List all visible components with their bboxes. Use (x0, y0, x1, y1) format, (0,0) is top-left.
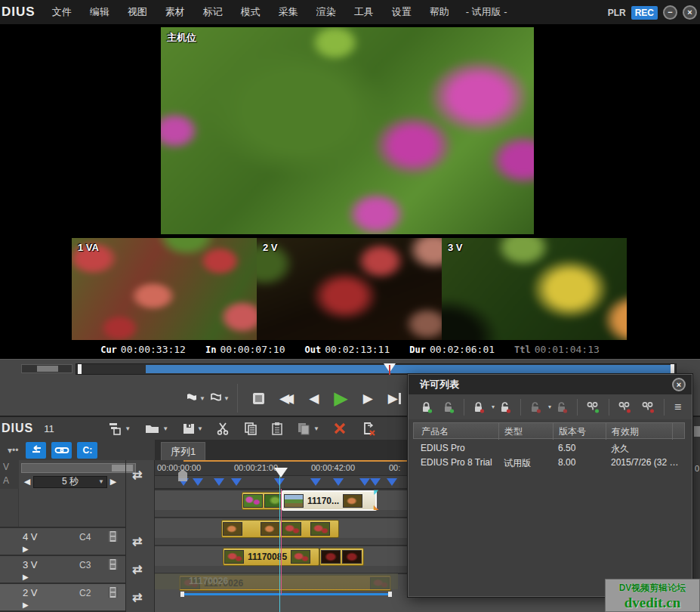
playhead-handle[interactable] (274, 468, 288, 478)
paste-special-caret: ▼ (313, 425, 319, 432)
lock-green-icon[interactable] (421, 401, 433, 413)
timeline-marker[interactable] (333, 478, 344, 486)
app-logo: DIUS (0, 5, 43, 20)
timeline-marker[interactable] (193, 478, 203, 486)
clip-3v-a[interactable] (221, 520, 339, 538)
audio-rubber-band[interactable] (183, 593, 389, 595)
column-version[interactable]: 版本号 (559, 425, 586, 438)
menu-marker[interactable]: 标记 (194, 1, 232, 23)
unlock-green-icon[interactable] (443, 401, 455, 413)
track-header-4v[interactable]: 4 V C4 ▶ (0, 527, 125, 555)
license-row-1[interactable]: EDIUS Pro 6.50 永久 (413, 441, 685, 456)
menu-view[interactable]: 视图 (119, 1, 156, 23)
close-icon[interactable]: × (683, 5, 697, 20)
mini-scrollbar-thumb[interactable] (37, 366, 58, 372)
camera-3-monitor[interactable]: 3 V (442, 238, 627, 340)
clip-4v-selected[interactable]: 11170... (282, 490, 377, 511)
set-in-point-button[interactable]: ▼ (186, 393, 205, 403)
tab-sequence-1[interactable]: 序列1 (161, 442, 205, 460)
new-sequence-button[interactable]: ▼ (108, 422, 131, 435)
menu-tools[interactable]: 工具 (345, 1, 383, 23)
column-validity[interactable]: 有效期 (612, 425, 639, 438)
patch-swap-icon[interactable]: ⇄ (132, 590, 142, 604)
playhead-line (279, 476, 280, 612)
preview-mini-scrollbar[interactable] (21, 364, 72, 373)
unlock-red-dim-icon[interactable] (529, 401, 542, 413)
ripple-mode-button[interactable]: C: (77, 442, 97, 459)
previous-frame-button[interactable]: ◀ (309, 392, 319, 405)
menu-mode[interactable]: 模式 (232, 1, 270, 23)
menu-capture[interactable]: 采集 (270, 1, 307, 23)
copy-button[interactable] (244, 422, 257, 435)
menu-file[interactable]: 文件 (43, 1, 81, 23)
minimize-icon[interactable]: − (663, 5, 677, 20)
column-type[interactable]: 类型 (504, 425, 523, 438)
set-out-point-button[interactable]: ▼ (210, 393, 230, 403)
menu-settings[interactable]: 设置 (383, 1, 421, 23)
rewind-button[interactable]: ◀◀ (279, 392, 294, 405)
zoom-out-button[interactable]: ◀ (21, 477, 33, 487)
keys-red-icon[interactable] (618, 401, 632, 413)
scrub-inout-range[interactable] (146, 365, 673, 373)
sync-mode-button[interactable] (51, 442, 72, 459)
delete-button[interactable] (333, 422, 347, 435)
patch-swap-icon[interactable]: ⇄ (132, 534, 142, 549)
track-header-3v[interactable]: 3 V C3 ▶ (0, 555, 125, 583)
dialog-titlebar[interactable]: 许可列表 × (409, 375, 692, 394)
cut-button[interactable] (217, 422, 230, 435)
clip-thumbnail (224, 550, 244, 564)
timescale-select[interactable]: 5 秒▼ (33, 476, 107, 488)
unlock-red-icon[interactable] (499, 401, 512, 413)
track-header-2v[interactable]: 2 V C2 ▶ (0, 583, 125, 610)
track-expand-icon[interactable]: ▶ (23, 545, 29, 553)
menu-clip[interactable]: 素材 (156, 1, 194, 23)
menu-render[interactable]: 渲染 (307, 1, 345, 23)
trim-in-handle[interactable]: ◤ (374, 489, 378, 496)
rec-mode-badge[interactable]: REC (631, 6, 658, 20)
stop-button[interactable] (253, 393, 264, 404)
play-button[interactable]: ▶ (334, 389, 347, 407)
clip-4v-a[interactable] (242, 492, 282, 510)
ripple-delete-button[interactable] (360, 421, 377, 436)
column-product-name[interactable]: 产品名 (421, 425, 449, 438)
keys-green-icon[interactable] (586, 401, 600, 413)
save-project-button[interactable]: ▼ (182, 422, 203, 435)
track-expand-icon[interactable]: ▶ (23, 573, 29, 581)
trim-out-handle[interactable]: ◣ (374, 504, 378, 511)
zoom-in-button[interactable]: ▶ (107, 477, 119, 487)
position-scrub-bar[interactable] (76, 363, 677, 375)
clip-2v-main[interactable]: 11170085 (223, 548, 319, 566)
unlock-red-dim-icon[interactable] (556, 401, 569, 413)
timeline-marker[interactable] (359, 478, 370, 486)
video-track-icon[interactable] (108, 587, 118, 601)
camera-2-monitor[interactable]: 2 V (257, 238, 442, 340)
paste-special-button[interactable]: ▼ (297, 422, 319, 435)
next-edit-button[interactable]: ▶ (388, 392, 401, 405)
next-frame-button[interactable]: ▶ (363, 392, 373, 405)
timeline-marker[interactable] (387, 478, 397, 486)
video-track-icon[interactable] (108, 531, 118, 545)
license-row-2[interactable]: EDIUS Pro 8 Trial 试用版 8.00 2015/7/26 (32… (413, 456, 685, 470)
timeline-marker[interactable] (231, 478, 242, 486)
plr-mode-label[interactable]: PLR (608, 8, 626, 18)
track-expand-icon[interactable]: ▶ (23, 601, 29, 609)
lock-red-icon[interactable] (473, 401, 486, 413)
dialog-close-icon[interactable]: × (672, 378, 686, 391)
timeline-marker[interactable] (214, 478, 224, 486)
timeline-marker[interactable] (370, 478, 381, 486)
license-toolbar: ▾ ▾ ≡ (409, 394, 692, 419)
clip-2v-b[interactable] (319, 548, 364, 566)
paste-button[interactable] (271, 422, 283, 435)
patch-swap-icon[interactable]: ⇄ (132, 562, 142, 576)
camera-1-monitor[interactable]: 1 VA (72, 238, 257, 340)
list-view-icon[interactable]: ≡ (674, 400, 681, 414)
timeline-marker[interactable] (310, 478, 321, 486)
insert-overwrite-mode-button[interactable] (26, 442, 46, 459)
keys-red-icon[interactable] (641, 401, 655, 413)
timeline-h-scrollbar[interactable] (21, 463, 136, 473)
menu-edit[interactable]: 编辑 (81, 1, 119, 23)
menu-help[interactable]: 帮助 (421, 1, 458, 23)
patch-swap-icon[interactable]: ⇄ (132, 468, 142, 482)
video-track-icon[interactable] (108, 559, 118, 573)
open-project-button[interactable]: ▼ (144, 422, 168, 434)
